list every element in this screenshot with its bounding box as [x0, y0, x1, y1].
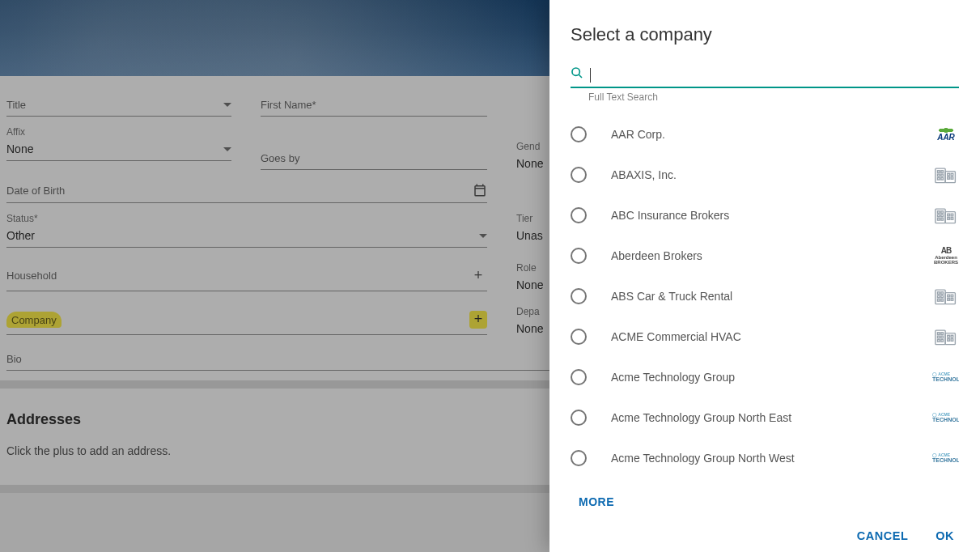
- svg-rect-29: [941, 292, 944, 295]
- company-name: Acme Technology Group North East: [611, 411, 909, 424]
- svg-rect-18: [938, 214, 940, 217]
- company-option[interactable]: Aberdeen BrokersABAberdeenBROKERS: [571, 236, 959, 276]
- ok-button[interactable]: OK: [935, 529, 954, 542]
- svg-rect-9: [941, 178, 944, 180]
- radio-icon: [571, 126, 587, 142]
- svg-rect-48: [948, 339, 950, 342]
- company-name: ABS Car & Truck Rental: [611, 290, 909, 303]
- radio-icon: [571, 207, 587, 223]
- svg-rect-31: [941, 295, 944, 298]
- company-name: Aberdeen Brokers: [611, 249, 909, 262]
- company-logo: ◯ ACMETECHNOL: [933, 407, 959, 428]
- company-option[interactable]: ACME Commercial HVAC: [571, 316, 959, 357]
- svg-rect-34: [948, 295, 950, 297]
- dialog-title: Select a company: [571, 24, 959, 45]
- company-option[interactable]: Acme Technology Group North East◯ ACMETE…: [571, 397, 959, 438]
- svg-rect-43: [941, 336, 944, 338]
- search-helper-text: Full Text Search: [588, 91, 959, 103]
- svg-rect-23: [951, 214, 953, 216]
- company-option[interactable]: ABAXIS, Inc.: [571, 155, 959, 195]
- cancel-button[interactable]: CANCEL: [857, 529, 908, 542]
- svg-rect-26: [935, 290, 945, 304]
- svg-rect-5: [941, 171, 944, 173]
- svg-rect-44: [938, 340, 940, 342]
- svg-rect-36: [948, 299, 950, 301]
- svg-rect-10: [948, 173, 950, 176]
- svg-rect-32: [938, 299, 940, 302]
- svg-rect-49: [951, 339, 953, 342]
- company-search-input[interactable]: [571, 66, 959, 88]
- company-name: ABC Insurance Brokers: [611, 209, 909, 222]
- svg-rect-14: [935, 209, 945, 223]
- radio-icon: [571, 329, 587, 345]
- company-logo: [933, 205, 959, 226]
- svg-rect-38: [935, 330, 945, 345]
- dialog-actions: CANCEL OK: [571, 520, 959, 542]
- svg-rect-8: [938, 178, 940, 180]
- radio-icon: [571, 248, 587, 264]
- radio-icon: [571, 369, 587, 385]
- svg-rect-39: [945, 333, 955, 345]
- radio-icon: [571, 410, 587, 426]
- company-option[interactable]: Acme Technology Group South East◯ ACMETE…: [571, 478, 959, 484]
- company-name: ABAXIS, Inc.: [611, 168, 909, 181]
- company-logo: [933, 326, 959, 347]
- svg-rect-4: [938, 171, 940, 173]
- svg-rect-47: [951, 335, 953, 338]
- svg-rect-3: [945, 172, 955, 183]
- company-option[interactable]: ABS Car & Truck Rental: [571, 276, 959, 316]
- svg-rect-12: [948, 177, 950, 180]
- svg-rect-20: [938, 219, 940, 221]
- company-list: AAR Corp.AARABAXIS, Inc.ABC Insurance Br…: [571, 114, 959, 484]
- svg-rect-19: [941, 214, 944, 217]
- svg-rect-33: [941, 299, 944, 302]
- svg-rect-15: [945, 212, 955, 223]
- company-logo: AAR: [933, 124, 959, 145]
- select-company-dialog: Select a company Full Text Search AAR Co…: [549, 0, 980, 552]
- svg-rect-35: [951, 295, 953, 297]
- company-name: ACME Commercial HVAC: [611, 330, 909, 343]
- svg-rect-30: [938, 295, 940, 298]
- svg-rect-27: [945, 293, 955, 304]
- svg-rect-17: [941, 211, 944, 214]
- svg-rect-40: [938, 333, 940, 335]
- more-button[interactable]: MORE: [571, 484, 959, 520]
- company-option[interactable]: Acme Technology Group North West◯ ACMETE…: [571, 438, 959, 478]
- svg-rect-7: [941, 174, 944, 176]
- svg-rect-13: [951, 177, 953, 180]
- company-option[interactable]: Acme Technology Group◯ ACMETECHNOL: [571, 357, 959, 397]
- svg-rect-21: [941, 219, 944, 221]
- radio-icon: [571, 167, 587, 183]
- svg-rect-28: [938, 292, 940, 295]
- company-logo: [933, 286, 959, 307]
- company-option[interactable]: AAR Corp.AAR: [571, 114, 959, 155]
- company-name: AAR Corp.: [611, 128, 909, 141]
- svg-rect-11: [951, 173, 953, 176]
- company-logo: ◯ ACMETECHNOL: [933, 448, 959, 469]
- company-option[interactable]: ABC Insurance Brokers: [571, 195, 959, 236]
- svg-rect-37: [951, 299, 953, 301]
- svg-rect-25: [951, 218, 953, 220]
- radio-icon: [571, 450, 587, 466]
- svg-rect-16: [938, 211, 940, 214]
- svg-rect-6: [938, 174, 940, 176]
- radio-icon: [571, 288, 587, 304]
- company-logo: [933, 164, 959, 185]
- company-name: Acme Technology Group North West: [611, 452, 909, 465]
- svg-rect-42: [938, 336, 940, 338]
- svg-rect-24: [948, 218, 950, 220]
- svg-rect-22: [948, 214, 950, 216]
- svg-rect-2: [935, 168, 945, 183]
- company-logo: ◯ ACMETECHNOL: [933, 367, 959, 388]
- svg-rect-45: [941, 340, 944, 342]
- svg-rect-46: [948, 335, 950, 338]
- svg-rect-41: [941, 333, 944, 335]
- company-logo: ABAberdeenBROKERS: [933, 245, 959, 266]
- company-name: Acme Technology Group: [611, 371, 909, 384]
